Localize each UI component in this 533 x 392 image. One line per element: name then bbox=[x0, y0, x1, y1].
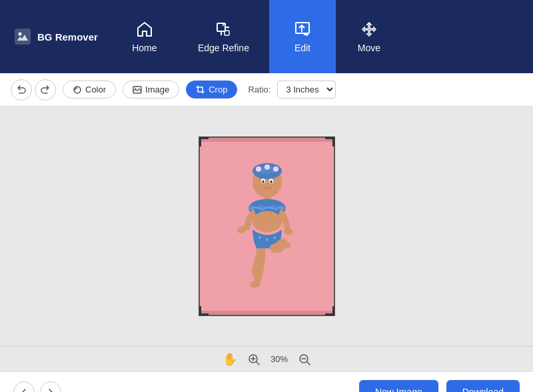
redo-button[interactable] bbox=[35, 79, 56, 100]
download-button[interactable]: Download bbox=[446, 380, 520, 392]
color-label: Color bbox=[85, 85, 106, 95]
image-label: Image bbox=[145, 85, 169, 95]
tab-home-label: Home bbox=[132, 43, 157, 53]
svg-rect-10 bbox=[199, 311, 335, 316]
pan-tool-icon[interactable]: ✋ bbox=[223, 352, 237, 367]
svg-point-7 bbox=[135, 88, 137, 89]
navigation-arrows bbox=[13, 381, 61, 392]
svg-point-15 bbox=[265, 164, 270, 170]
zoom-out-icon bbox=[298, 353, 310, 365]
svg-point-1 bbox=[19, 33, 22, 36]
logo: BG Remover bbox=[13, 27, 98, 46]
main-nav: Home Edge Refine Edit bbox=[111, 0, 402, 73]
svg-point-23 bbox=[253, 211, 282, 232]
undo-button[interactable] bbox=[11, 79, 32, 100]
svg-rect-0 bbox=[15, 29, 31, 45]
prev-button[interactable] bbox=[13, 381, 35, 392]
edge-refine-icon bbox=[214, 20, 233, 39]
crop-icon bbox=[196, 85, 205, 95]
image-icon bbox=[133, 85, 142, 95]
logo-icon bbox=[13, 27, 32, 46]
zoom-out-button[interactable] bbox=[298, 353, 310, 365]
move-icon bbox=[360, 20, 378, 39]
svg-point-16 bbox=[273, 166, 278, 172]
tab-edge-refine-label: Edge Refine bbox=[198, 43, 249, 53]
svg-point-24 bbox=[259, 236, 261, 239]
image-svg bbox=[199, 136, 335, 316]
image-button[interactable]: Image bbox=[123, 81, 179, 98]
ratio-select[interactable]: 3 Inches 4:3 16:9 1:1 Free bbox=[277, 81, 336, 98]
tab-move-label: Move bbox=[358, 43, 380, 53]
footer-actions: New Image Download bbox=[359, 380, 520, 392]
redo-icon bbox=[41, 85, 50, 95]
edit-icon bbox=[293, 20, 312, 39]
zoom-in-button[interactable] bbox=[248, 353, 260, 365]
canvas-area bbox=[0, 106, 533, 346]
zoom-in-icon bbox=[248, 353, 260, 365]
crop-button[interactable]: Crop bbox=[186, 81, 237, 98]
undo-icon bbox=[17, 85, 26, 95]
tab-edge-refine[interactable]: Edge Refine bbox=[178, 0, 269, 73]
next-button[interactable] bbox=[40, 381, 61, 392]
ratio-label: Ratio: bbox=[248, 85, 270, 95]
color-button[interactable]: Color bbox=[63, 81, 116, 98]
app-title: BG Remover bbox=[37, 31, 98, 43]
status-bar: ✋ 30% bbox=[0, 346, 533, 371]
image-container bbox=[199, 136, 335, 316]
svg-point-19 bbox=[262, 180, 264, 183]
toolbar: Color Image Crop Ratio: 3 Inches 4:3 16:… bbox=[0, 73, 533, 106]
image-background bbox=[199, 136, 335, 316]
prev-icon bbox=[20, 388, 28, 392]
undo-redo-group bbox=[11, 79, 56, 100]
zoom-percentage: 30% bbox=[270, 354, 288, 364]
tab-home[interactable]: Home bbox=[111, 0, 178, 73]
svg-point-26 bbox=[273, 236, 276, 239]
crop-label: Crop bbox=[209, 85, 227, 95]
next-icon bbox=[47, 388, 55, 392]
footer: New Image Download bbox=[0, 371, 533, 392]
new-image-button[interactable]: New Image bbox=[359, 380, 438, 392]
color-icon bbox=[73, 85, 82, 95]
svg-rect-9 bbox=[199, 136, 335, 142]
tab-edit-label: Edit bbox=[294, 43, 310, 53]
svg-point-14 bbox=[256, 166, 261, 172]
home-icon bbox=[135, 20, 154, 39]
svg-point-20 bbox=[270, 180, 272, 183]
app-header: BG Remover Home Edge Refine bbox=[0, 0, 533, 73]
svg-point-25 bbox=[266, 238, 268, 241]
tab-edit[interactable]: Edit bbox=[269, 0, 336, 73]
tab-move[interactable]: Move bbox=[336, 0, 402, 73]
